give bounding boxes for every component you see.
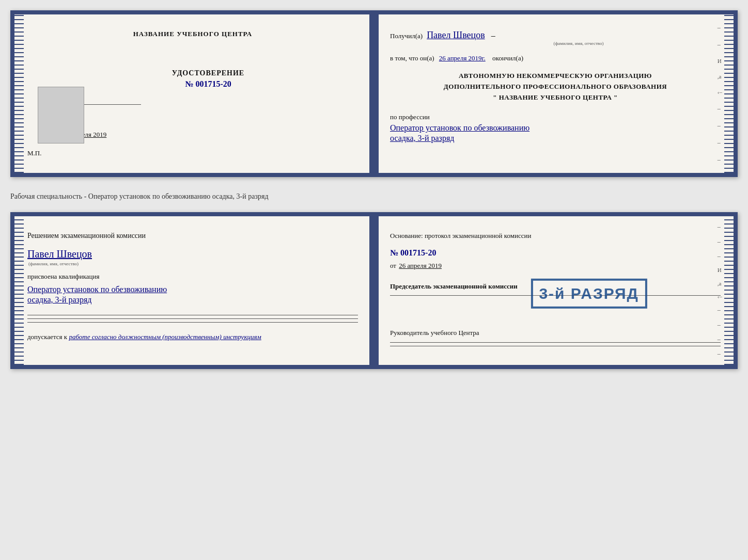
- ot-label: от: [390, 262, 396, 269]
- avtonom-line2: ДОПОЛНИТЕЛЬНОГО ПРОФЕССИОНАЛЬНОГО ОБРАЗО…: [390, 82, 721, 92]
- v-tom-date: 26 апреля 2019г.: [439, 54, 486, 62]
- dopuskaetsya-row: допускается к работе согласно должностны…: [27, 333, 358, 341]
- professiya-line1: Оператор установок по обезвоживанию: [390, 123, 721, 133]
- blank-lines: [27, 315, 358, 323]
- predsedatel-line: [390, 295, 721, 296]
- photo-placeholder: [38, 87, 84, 143]
- protocol-number: № 001715-20: [390, 248, 721, 258]
- professiya-block: Оператор установок по обезвоживанию осад…: [390, 123, 721, 143]
- certificate-document-1: НАЗВАНИЕ УЧЕБНОГО ЦЕНТРА УДОСТОВЕРЕНИЕ №…: [10, 10, 738, 177]
- doc-right-1: – – И ,а ‹– – – – – Получил(а) Павел Шве…: [375, 14, 734, 173]
- rukovoditel-line2: [390, 346, 721, 346]
- doc-spine-1: [369, 14, 379, 173]
- udostoverenie-title: УДОСТОВЕРЕНИЕ: [58, 69, 358, 77]
- page-wrapper: НАЗВАНИЕ УЧЕБНОГО ЦЕНТРА УДОСТОВЕРЕНИЕ №…: [10, 10, 738, 369]
- mp-line: М.П.: [27, 149, 358, 157]
- osnovanie-label: Основание: протокол экзаменационной коми…: [390, 232, 721, 240]
- right-edge-marks-1: – – И ,а ‹– – – – –: [718, 14, 722, 173]
- specialty-label: Рабочая специальность - Оператор установ…: [10, 193, 738, 201]
- name-row-2: Павел Швецов: [27, 248, 358, 260]
- udostoverenie-block: УДОСТОВЕРЕНИЕ № 001715-20: [58, 69, 358, 89]
- ot-date-row: от 26 апреля 2019: [390, 262, 721, 270]
- cert-number-1: № 001715-20: [58, 79, 358, 89]
- right-edge-marks-2: – – – И ,а ‹– – – – –: [718, 216, 722, 365]
- vydano-line: Выдано 26 апреля 2019: [38, 131, 358, 139]
- professiya-line2: осадка, 3-й разряд: [390, 134, 721, 143]
- kval-line1: Оператор установок по обезвоживанию: [27, 285, 358, 294]
- blank-2: [27, 318, 358, 319]
- rukovoditel-line: [390, 342, 721, 343]
- po-professii-label: по профессии: [390, 113, 721, 121]
- v-tom-line: в том, что он(а) 26 апреля 2019г. окончи…: [390, 54, 721, 62]
- kval-line2: осадка, 3-й разряд: [27, 295, 358, 305]
- rukovoditel-block: Руководитель учебного Центра: [390, 327, 721, 346]
- center-title-1: НАЗВАНИЕ УЧЕБНОГО ЦЕНТРА: [27, 30, 358, 38]
- predsedatel-block: Председатель экзаменационной комиссии: [390, 280, 721, 296]
- v-tom-prefix: в том, что он(а): [390, 54, 434, 62]
- v-tom-suffix: окончил(а): [492, 54, 523, 62]
- predsedatel-label: Председатель экзаменационной комиссии: [390, 280, 721, 292]
- name-2: Павел Швецов: [27, 248, 92, 260]
- avtonom-line3: " НАЗВАНИЕ УЧЕБНОГО ЦЕНТРА ": [390, 92, 721, 103]
- doc-left-2: Решением экзаменационной комиссии Павел …: [14, 216, 375, 365]
- rukovoditel-label: Руководитель учебного Центра: [390, 327, 721, 339]
- doc-right-2: 3-й РАЗРЯД – – – И ,а ‹– – – – – Основан…: [375, 216, 734, 365]
- avtonom-block: АВТОНОМНУЮ НЕКОММЕРЧЕСКУЮ ОРГАНИЗАЦИЮ ДО…: [390, 71, 721, 103]
- avtonom-line1: АВТОНОМНУЮ НЕКОММЕРЧЕСКУЮ ОРГАНИЗАЦИЮ: [390, 71, 721, 82]
- doc-spine-2: [369, 216, 379, 365]
- blank-1: [27, 315, 358, 315]
- poluchil-row: Получил(а) Павел Швецов – (фамилия, имя,…: [390, 30, 721, 46]
- doc-left-1: НАЗВАНИЕ УЧЕБНОГО ЦЕНТРА УДОСТОВЕРЕНИЕ №…: [14, 14, 375, 173]
- fio-label-1: (фамилия, имя, отчество): [437, 41, 721, 46]
- resheniem-label: Решением экзаменационной комиссии: [27, 232, 358, 240]
- fio-label-2: (фамилия, имя, отчество): [28, 261, 358, 266]
- kval-block: Оператор установок по обезвоживанию осад…: [27, 285, 358, 305]
- blank-3: [27, 322, 358, 323]
- dopuskaetsya-label: допускается к: [27, 333, 67, 341]
- dash-1: –: [491, 31, 495, 40]
- ot-date: 26 апреля 2019: [399, 262, 442, 269]
- certificate-document-2: Решением экзаменационной комиссии Павел …: [10, 212, 738, 369]
- prisvoena-label: присвоена квалификация: [27, 273, 358, 281]
- poluchil-name: Павел Швецов: [427, 30, 485, 40]
- poluchil-label: Получил(а): [390, 32, 423, 40]
- dopusk-text: работе согласно должностным (производств…: [69, 333, 261, 341]
